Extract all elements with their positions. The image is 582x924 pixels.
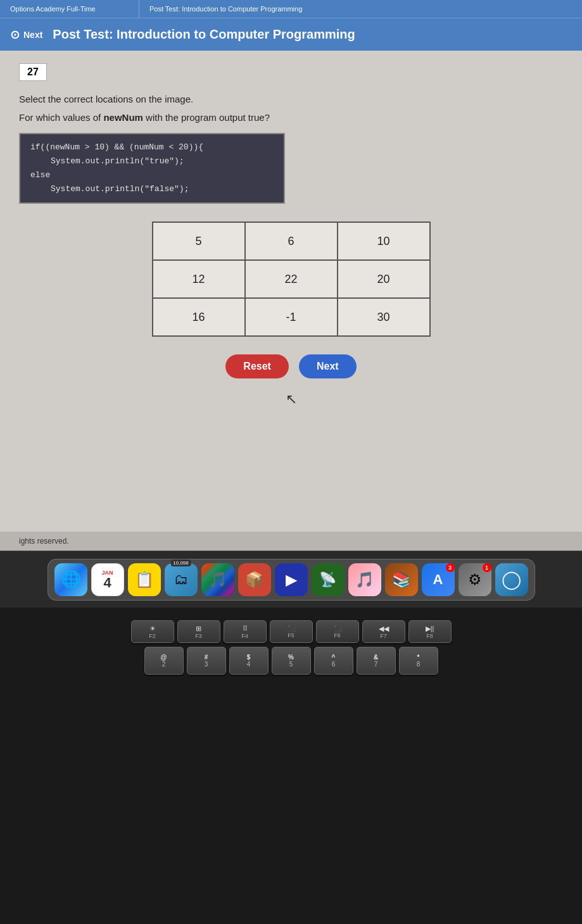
answer-table: 5 6 10 12 22 20 16 -1 30: [152, 222, 431, 337]
key-f6[interactable]: ⬛ F6: [316, 620, 359, 643]
f7-icon: ◀◀: [379, 625, 389, 633]
dock-item-calendar[interactable]: JAN 4: [91, 563, 124, 596]
key-f7[interactable]: ◀◀ F7: [362, 620, 405, 643]
table-row: 5 6 10: [153, 222, 430, 260]
network-icon: 📡: [319, 571, 336, 588]
dock-item-notes[interactable]: 📋: [128, 563, 161, 596]
f3-label: F3: [195, 633, 202, 639]
top-bar: Options Academy Full-Time Post Test: Int…: [0, 0, 582, 18]
settings-icon: ⚙: [468, 571, 482, 589]
key-8-bottom: 8: [417, 661, 421, 668]
f5-icon: ⬛: [288, 625, 295, 632]
grid-cell-2-0[interactable]: 16: [153, 298, 245, 336]
safari-icon: 🌐: [61, 570, 81, 589]
code-block: if((newNum > 10) && (numNum < 20)){ Syst…: [19, 133, 285, 204]
key-2-top: @: [161, 654, 167, 661]
key-6[interactable]: ^ 6: [314, 647, 353, 675]
files-badge: 10,098: [170, 559, 191, 566]
key-3-top: #: [205, 654, 208, 661]
notes-icon: 📋: [135, 571, 154, 589]
question-prompt: For which values of newNum with the prog…: [19, 112, 563, 123]
grid-cell-2-1[interactable]: -1: [245, 298, 338, 336]
dock-item-network[interactable]: 📡: [312, 563, 345, 596]
appstore-badge: 3: [446, 563, 455, 572]
dock-item-safari[interactable]: 🌐: [54, 563, 87, 596]
key-5-top: %: [288, 654, 294, 661]
key-f8[interactable]: ▶|| F8: [408, 620, 452, 643]
books-icon: 📚: [392, 571, 411, 589]
grid-cell-1-2[interactable]: 20: [338, 260, 430, 298]
nav-bar: ⊙ Next Post Test: Introduction to Comput…: [0, 18, 582, 51]
itunes-icon: 🎵: [355, 571, 374, 589]
nav-title: Post Test: Introduction to Computer Prog…: [53, 27, 355, 42]
f6-icon: ⬛: [334, 625, 341, 632]
key-f3[interactable]: ⊞ F3: [177, 620, 220, 643]
grid-cell-1-0[interactable]: 12: [153, 260, 245, 298]
key-6-bottom: 6: [332, 661, 336, 668]
dock-item-itunes[interactable]: 🎵: [348, 563, 381, 596]
fn-key-row: ☀ F2 ⊞ F3 ⠿ F4 ⬛ F5 ⬛ F6 ◀◀ F7 ▶|| F8: [6, 620, 576, 643]
key-2[interactable]: @ 2: [144, 647, 184, 675]
next-button[interactable]: Next: [299, 354, 357, 378]
grid-cell-0-1[interactable]: 6: [245, 222, 338, 260]
table-row: 16 -1 30: [153, 298, 430, 336]
question-number: 27: [19, 63, 47, 81]
f4-label: F4: [241, 633, 248, 639]
key-7-top: &: [374, 654, 378, 661]
grid-cell-1-1[interactable]: 22: [245, 260, 338, 298]
grid-cell-2-2[interactable]: 30: [338, 298, 430, 336]
key-4-bottom: 4: [247, 661, 251, 668]
key-7[interactable]: & 7: [357, 647, 396, 675]
rights-text: ights reserved.: [19, 537, 69, 546]
key-8-top: *: [417, 654, 420, 661]
cursor-icon: ↖: [286, 391, 297, 408]
key-5[interactable]: % 5: [272, 647, 311, 675]
grid-cell-0-2[interactable]: 10: [338, 222, 430, 260]
buttons-row: Reset Next: [19, 354, 563, 378]
f2-icon: ☀: [149, 625, 156, 633]
key-f5[interactable]: ⬛ F5: [270, 620, 313, 643]
table-row: 12 22 20: [153, 260, 430, 298]
grid-cell-0-0[interactable]: 5: [153, 222, 245, 260]
dock-area: 🌐 JAN 4 📋 🗂 10,098 🎵 📦 ▶ 📡: [0, 551, 582, 608]
dock-item-finder[interactable]: ◯: [495, 563, 528, 596]
f5-label: F5: [288, 632, 294, 639]
nav-arrow-icon: ⊙: [10, 28, 20, 42]
key-4[interactable]: $ 4: [229, 647, 269, 675]
dock: 🌐 JAN 4 📋 🗂 10,098 🎵 📦 ▶ 📡: [47, 559, 535, 601]
f6-label: F6: [334, 632, 341, 639]
f8-label: F8: [426, 633, 433, 639]
key-3[interactable]: # 3: [187, 647, 226, 675]
media-icon: ▶: [286, 571, 297, 589]
answer-grid-container: 5 6 10 12 22 20 16 -1 30: [19, 222, 563, 337]
question-instruction: Select the correct locations on the imag…: [19, 94, 563, 104]
f2-label: F2: [149, 633, 156, 639]
code-line-1: if((newNum > 10) && (numNum < 20)){: [30, 140, 274, 154]
f3-icon: ⊞: [196, 625, 201, 633]
rights-bar: ights reserved.: [0, 532, 582, 551]
f8-icon: ▶||: [426, 625, 434, 633]
key-8[interactable]: * 8: [399, 647, 438, 675]
nav-back-button[interactable]: ⊙ Next: [10, 28, 42, 42]
dock-item-music[interactable]: 🎵: [201, 563, 234, 596]
keyboard-area: ☀ F2 ⊞ F3 ⠿ F4 ⬛ F5 ⬛ F6 ◀◀ F7 ▶|| F8: [0, 608, 582, 685]
key-f2[interactable]: ☀ F2: [131, 620, 174, 643]
top-bar-center-label: Post Test: Introduction to Computer Prog…: [139, 0, 582, 18]
appstore-icon: A: [433, 571, 443, 588]
dock-item-books[interactable]: 📚: [385, 563, 418, 596]
top-bar-left-label: Options Academy Full-Time: [0, 0, 139, 18]
dock-item-archive[interactable]: 📦: [238, 563, 271, 596]
dock-item-settings[interactable]: ⚙ 1: [459, 563, 491, 596]
code-line-4: System.out.println("false");: [51, 182, 274, 196]
dock-item-files[interactable]: 🗂 10,098: [165, 563, 198, 596]
f4-icon: ⠿: [243, 625, 248, 633]
key-7-bottom: 7: [374, 661, 378, 668]
dock-item-media[interactable]: ▶: [275, 563, 308, 596]
number-key-row: @ 2 # 3 $ 4 % 5 ^ 6 & 7 * 8: [6, 647, 576, 675]
calendar-date-label: 4: [103, 576, 111, 590]
key-f4[interactable]: ⠿ F4: [224, 620, 267, 643]
dock-item-appstore[interactable]: A 3: [422, 563, 455, 596]
cursor-area: ↖: [19, 391, 563, 408]
code-line-3: else: [30, 168, 274, 182]
reset-button[interactable]: Reset: [225, 354, 289, 378]
